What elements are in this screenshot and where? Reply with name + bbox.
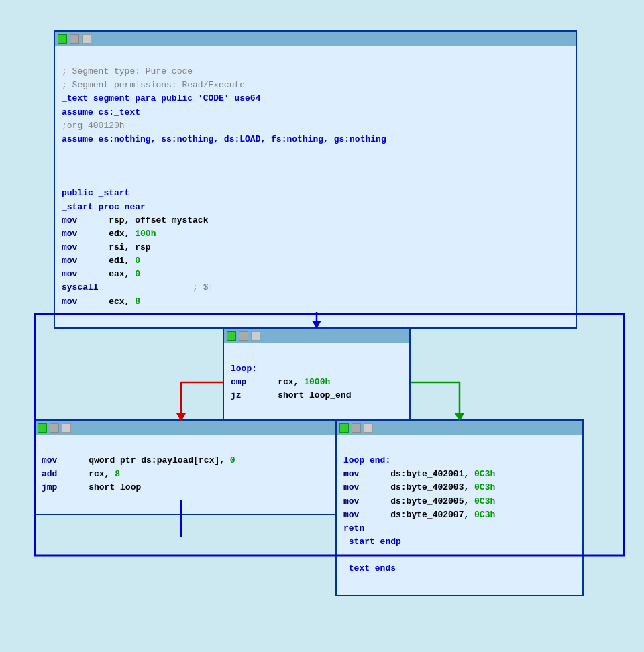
line-cmp: cmp rcx, 1000h xyxy=(231,377,330,387)
line-syscall: syscall ; $! xyxy=(62,282,213,292)
loop-body-window: mov qword ptr ds:payload[rcx], 0 add rcx… xyxy=(34,419,342,515)
loop-code-content: loop: cmp rcx, 1000h jz short loop_end xyxy=(224,343,409,422)
line-mov-402005: mov ds:byte_402005, 0C3h xyxy=(343,496,495,506)
loop-end-titlebar xyxy=(337,421,582,435)
line-start-endp: _start endp xyxy=(343,537,401,547)
line-mov-402003: mov ds:byte_402003, 0C3h xyxy=(343,482,495,492)
main-code-content: ; Segment type: Pure code ; Segment perm… xyxy=(55,46,576,327)
blank-line-2 xyxy=(62,174,67,184)
loop-end-window: loop_end: mov ds:byte_402001, 0C3h mov d… xyxy=(335,419,584,596)
line-public-start: public _start xyxy=(62,188,129,198)
btn-gray2-body[interactable] xyxy=(62,423,71,433)
line-comment-2: ; Segment permissions: Read/Execute xyxy=(62,80,245,90)
line-loop-end-label: loop_end: xyxy=(343,455,390,466)
line-start-proc: _start proc near xyxy=(62,202,146,212)
line-mov-402001: mov ds:byte_402001, 0C3h xyxy=(343,469,495,479)
line-jmp-loop: jmp short loop xyxy=(42,482,141,492)
loop-body-titlebar xyxy=(35,421,341,435)
btn-gray2-main[interactable] xyxy=(82,34,91,44)
line-mov-ecx: mov ecx, 8 xyxy=(62,296,140,307)
btn-gray2-loop[interactable] xyxy=(251,331,260,341)
line-mov-eax: mov eax, 0 xyxy=(62,269,140,279)
btn-gray1-main[interactable] xyxy=(70,34,79,44)
line-add-rcx: add rcx, 8 xyxy=(42,469,120,479)
line-segment-def: _text segment para public 'CODE' use64 xyxy=(62,93,260,103)
loop-titlebar xyxy=(224,329,409,343)
line-org-comment: ;org 400120h xyxy=(62,121,125,131)
line-assume-segs: assume es:nothing, ss:nothing, ds:LOAD, … xyxy=(62,134,386,144)
btn-green-body[interactable] xyxy=(38,423,47,433)
line-mov-edi: mov edi, 0 xyxy=(62,256,140,266)
btn-green-end[interactable] xyxy=(339,423,349,433)
line-loop-label: loop: xyxy=(231,364,257,374)
blank-end xyxy=(343,550,349,560)
line-text-ends: _text ends xyxy=(343,563,396,574)
line-mov-402007: mov ds:byte_402007, 0C3h xyxy=(343,510,495,520)
btn-gray1-loop[interactable] xyxy=(239,331,248,341)
line-jz: jz short loop_end xyxy=(231,390,351,400)
loop-end-code-content: loop_end: mov ds:byte_402001, 0C3h mov d… xyxy=(337,435,582,595)
btn-green-main[interactable] xyxy=(58,34,67,44)
line-retn: retn xyxy=(343,523,364,533)
line-assume-cs: assume cs:_text xyxy=(62,107,140,117)
loop-code-window: loop: cmp rcx, 1000h jz short loop_end xyxy=(223,327,411,423)
line-mov-edx: mov edx, 100h xyxy=(62,229,156,239)
btn-gray1-end[interactable] xyxy=(352,423,361,433)
line-mov-rsp: mov rsp, offset mystack xyxy=(62,215,208,225)
loop-body-code-content: mov qword ptr ds:payload[rcx], 0 add rcx… xyxy=(35,435,341,514)
line-mov-payload: mov qword ptr ds:payload[rcx], 0 xyxy=(42,455,235,466)
line-comment-1: ; Segment type: Pure code xyxy=(62,66,193,76)
btn-gray2-end[interactable] xyxy=(364,423,373,433)
btn-gray1-body[interactable] xyxy=(50,423,59,433)
blank-line-1 xyxy=(62,161,67,171)
line-mov-rsi: mov rsi, rsp xyxy=(62,242,151,252)
main-code-window: ; Segment type: Pure code ; Segment perm… xyxy=(54,30,577,329)
main-titlebar xyxy=(55,32,576,46)
btn-green-loop[interactable] xyxy=(227,331,236,341)
